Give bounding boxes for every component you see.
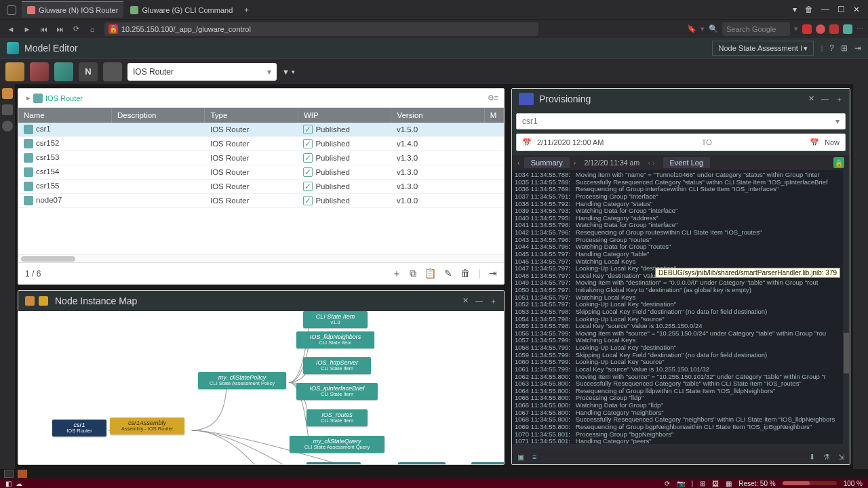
list-icon[interactable]: ≡: [532, 453, 536, 461]
nm-node-csr1[interactable]: csr1IOS Router: [52, 420, 106, 436]
col-m[interactable]: M: [484, 108, 503, 123]
node-map-canvas[interactable]: csr1IOS Router csr1AssemblyAssembly - IO…: [18, 311, 504, 464]
toolbar-type-select[interactable]: IOS Router ▾: [127, 63, 277, 81]
paste-button[interactable]: 📋: [425, 268, 436, 280]
tab-nav-left[interactable]: ‹: [517, 159, 520, 167]
copy-button[interactable]: ⧉: [410, 268, 416, 280]
browser-tab-0[interactable]: Gluware (N) IOS Router: [22, 1, 123, 18]
forward-button[interactable]: ►: [20, 22, 34, 36]
terminal-icon[interactable]: ▣: [517, 453, 524, 462]
home-button[interactable]: ⌂: [85, 22, 99, 36]
rewind-button[interactable]: ⏮: [37, 22, 50, 36]
toolbar-filter-button[interactable]: ▼▾: [282, 68, 295, 76]
exit-icon[interactable]: ⇥: [854, 43, 861, 53]
taskbar-app-1[interactable]: [4, 470, 14, 478]
tab-summary[interactable]: Summary: [524, 157, 570, 168]
tab-eventlog[interactable]: Event Log: [663, 157, 711, 168]
expand-icon[interactable]: ⇲: [838, 453, 844, 462]
table-row[interactable]: csr153IOS Router✓Publishedv1.3.0: [18, 151, 504, 165]
panel-settings-icon[interactable]: ⚙≡: [488, 94, 498, 102]
export-button[interactable]: ⇥: [489, 268, 497, 280]
nm-node-qos[interactable]: ios-qos-intfs: [307, 462, 361, 464]
assessment-select[interactable]: Node State Assessment I ▾: [712, 41, 814, 56]
table-row[interactable]: csr155IOS Router✓Publishedv1.3.0: [18, 180, 504, 194]
toolbar-hex-3[interactable]: [54, 62, 73, 81]
nm-close-icon[interactable]: ✕: [462, 296, 469, 306]
sb-icon-2[interactable]: ☁: [16, 480, 22, 487]
h-scrollbar[interactable]: [18, 254, 504, 262]
sb-img-icon[interactable]: 🖼: [712, 480, 719, 487]
search-input[interactable]: Search Google: [722, 22, 790, 36]
tab-nav-right[interactable]: ›: [574, 159, 576, 167]
grid-icon[interactable]: ⊞: [841, 43, 848, 53]
sb-grid-icon[interactable]: ⊞: [700, 480, 705, 487]
col-type[interactable]: Type: [205, 108, 298, 123]
nm-icon-2[interactable]: [39, 296, 48, 306]
prov-min-icon[interactable]: ―: [821, 94, 829, 104]
add-button[interactable]: ＋: [392, 268, 401, 280]
bookmark-icon[interactable]: 🔖: [687, 24, 696, 33]
col-desc[interactable]: Description: [111, 108, 204, 123]
nm-node-query[interactable]: my_cliStateQueryCLI State Assessment Que…: [290, 436, 384, 453]
reload-button[interactable]: ⟳: [69, 22, 83, 36]
ext-menu-icon[interactable]: ⋯: [856, 24, 864, 33]
search-engine-icon[interactable]: 🔍: [709, 24, 718, 33]
trash-icon[interactable]: ▾: [793, 5, 797, 14]
ext-icon-4[interactable]: [843, 24, 852, 34]
table-row[interactable]: node07IOS Router✓Publishedv1.0.0: [18, 194, 504, 208]
rail-icon-2[interactable]: [2, 104, 13, 115]
nm-node-intfs[interactable]: ios-intfs: [398, 462, 446, 464]
rail-icon-3[interactable]: [2, 121, 13, 131]
vivaldi-menu[interactable]: [3, 1, 20, 18]
rail-icon-1[interactable]: [2, 88, 13, 99]
nm-node-lldp[interactable]: IOS_lldpNeighborsCLI State Item: [296, 331, 374, 348]
minimize-button[interactable]: ―: [821, 5, 829, 14]
delete-icon[interactable]: 🗑: [805, 5, 813, 14]
nm-node-ipintf[interactable]: IOS_ipInterfaceBriefCLI State Item: [296, 383, 378, 400]
lock-icon[interactable]: 🔒: [833, 157, 844, 168]
table-row[interactable]: csr152IOS Router✓Publishedv1.4.0: [18, 137, 504, 151]
sb-tile-icon[interactable]: ▦: [726, 480, 732, 487]
back-button[interactable]: ◄: [4, 22, 18, 36]
col-ver[interactable]: Version: [391, 108, 484, 123]
new-tab-button[interactable]: ＋: [239, 3, 253, 16]
nm-min-icon[interactable]: ―: [475, 296, 483, 306]
v-scrollbar[interactable]: [843, 170, 850, 444]
address-bar[interactable]: 🔓 10.255.150.100/_app_/gluware_control: [104, 22, 538, 36]
nm-icon-1[interactable]: [25, 296, 35, 306]
chevron-right-icon[interactable]: ▸: [26, 94, 31, 102]
ext-icon-2[interactable]: [816, 24, 825, 34]
toolbar-hex-n[interactable]: N: [79, 62, 98, 81]
delete-button[interactable]: 🗑: [460, 268, 470, 280]
breadcrumb-label[interactable]: IOS Router: [45, 94, 83, 102]
sb-cam-icon[interactable]: 📷: [677, 480, 685, 487]
sb-icon-1[interactable]: ◧: [5, 480, 12, 487]
table-row[interactable]: csr1IOS Router✓Publishedv1.5.0: [18, 123, 504, 137]
edit-button[interactable]: ✎: [444, 268, 452, 280]
device-select[interactable]: csr1 ▾: [516, 113, 846, 129]
log-console[interactable]: 1034 11:34:55.788: Moving item with "nam…: [512, 170, 850, 444]
col-name[interactable]: Name: [18, 108, 111, 123]
date-range-picker[interactable]: 📅 2/11/2020 12:00 AM TO 📅 Now: [516, 134, 846, 151]
console-h-scrollbar[interactable]: [512, 444, 850, 449]
toolbar-hex-1[interactable]: [5, 62, 24, 81]
maximize-button[interactable]: ☐: [837, 5, 845, 14]
nm-node-http[interactable]: IOS_httpServerCLI State Item: [303, 357, 371, 374]
toolbar-hex-2[interactable]: [30, 62, 49, 81]
toolbar-hex-5[interactable]: [103, 62, 122, 81]
close-button[interactable]: ✕: [853, 5, 860, 14]
ff-button[interactable]: ⏭: [53, 22, 66, 36]
taskbar-app-2[interactable]: [18, 470, 27, 478]
nm-node-routes[interactable]: IOS_routesCLI State Item: [307, 409, 368, 426]
ext-icon-1[interactable]: [802, 24, 812, 34]
nm-node-assembly[interactable]: csr1AssemblyAssembly - IOS Router: [110, 418, 184, 434]
prov-add-icon[interactable]: ＋: [835, 94, 843, 104]
sb-sync-icon[interactable]: ⟳: [665, 480, 670, 487]
col-wip[interactable]: WIP: [298, 108, 391, 123]
help-icon[interactable]: ?: [829, 43, 834, 53]
zoom-slider[interactable]: [783, 481, 837, 485]
prov-close-icon[interactable]: ✕: [808, 94, 814, 104]
ext-icon-3[interactable]: [829, 24, 839, 34]
browser-tab-1[interactable]: Gluware (G) CLI Command: [125, 1, 238, 18]
nm-node-clistate[interactable]: CLI State Itemv1.0: [303, 311, 368, 328]
